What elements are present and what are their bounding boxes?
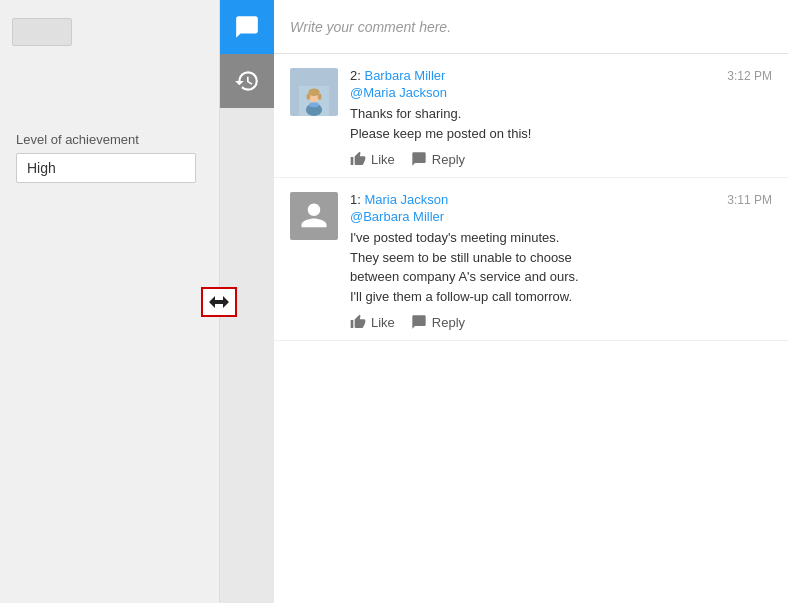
level-label: Level of achievement xyxy=(16,132,203,147)
comment-mention-barbara: @Maria Jackson xyxy=(350,85,772,100)
reply-button-barbara[interactable]: Reply xyxy=(411,151,465,167)
like-button-maria[interactable]: Like xyxy=(350,314,395,330)
generic-avatar-icon xyxy=(299,201,329,231)
comment-text-barbara: Thanks for sharing.Please keep me posted… xyxy=(350,104,772,143)
comment-time-barbara: 3:12 PM xyxy=(727,69,772,83)
level-value: High xyxy=(16,153,196,183)
comment-actions-barbara: Like Reply xyxy=(350,151,772,167)
left-panel-top xyxy=(0,10,219,54)
small-box xyxy=(12,18,72,46)
main-content: Write your comment here. xyxy=(274,0,788,603)
reply-button-maria[interactable]: Reply xyxy=(411,314,465,330)
reply-icon-maria xyxy=(411,314,427,330)
comment-mention-maria: @Barbara Miller xyxy=(350,209,772,224)
svg-marker-0 xyxy=(209,296,229,308)
resize-handle[interactable] xyxy=(201,287,237,317)
like-label-barbara: Like xyxy=(371,152,395,167)
svg-point-3 xyxy=(308,89,319,97)
avatar-maria xyxy=(290,192,338,240)
comment-entry-maria: 1: Maria Jackson 3:11 PM @Barbara Miller… xyxy=(274,178,788,341)
like-button-barbara[interactable]: Like xyxy=(350,151,395,167)
comment-placeholder: Write your comment here. xyxy=(290,19,451,35)
like-label-maria: Like xyxy=(371,315,395,330)
svg-point-4 xyxy=(307,94,311,100)
comment-actions-maria: Like Reply xyxy=(350,314,772,330)
comment-id-barbara: 2: Barbara Miller xyxy=(350,68,445,83)
reply-label-maria: Reply xyxy=(432,315,465,330)
comment-tab-icon[interactable] xyxy=(220,0,274,54)
level-section: Level of achievement High xyxy=(0,120,219,195)
comment-time-maria: 3:11 PM xyxy=(727,193,772,207)
comment-body-maria: 1: Maria Jackson 3:11 PM @Barbara Miller… xyxy=(350,192,772,330)
comment-header-barbara: 2: Barbara Miller 3:12 PM xyxy=(350,68,772,83)
comment-entry-barbara: 2: Barbara Miller 3:12 PM @Maria Jackson… xyxy=(274,54,788,178)
comment-author-barbara: Barbara Miller xyxy=(364,68,445,83)
comment-body-barbara: 2: Barbara Miller 3:12 PM @Maria Jackson… xyxy=(350,68,772,167)
comment-text-maria: I've posted today's meeting minutes. The… xyxy=(350,228,772,306)
comment-author-maria: Maria Jackson xyxy=(364,192,448,207)
like-icon-barbara xyxy=(350,151,366,167)
comment-input-area[interactable]: Write your comment here. xyxy=(274,0,788,54)
reply-icon-barbara xyxy=(411,151,427,167)
like-icon-maria xyxy=(350,314,366,330)
svg-point-8 xyxy=(309,102,319,107)
comment-id-maria: 1: Maria Jackson xyxy=(350,192,448,207)
history-tab-icon[interactable] xyxy=(220,54,274,108)
left-panel: Level of achievement High xyxy=(0,0,220,603)
comment-header-maria: 1: Maria Jackson 3:11 PM xyxy=(350,192,772,207)
svg-point-5 xyxy=(318,94,322,100)
avatar-barbara xyxy=(290,68,338,116)
reply-label-barbara: Reply xyxy=(432,152,465,167)
